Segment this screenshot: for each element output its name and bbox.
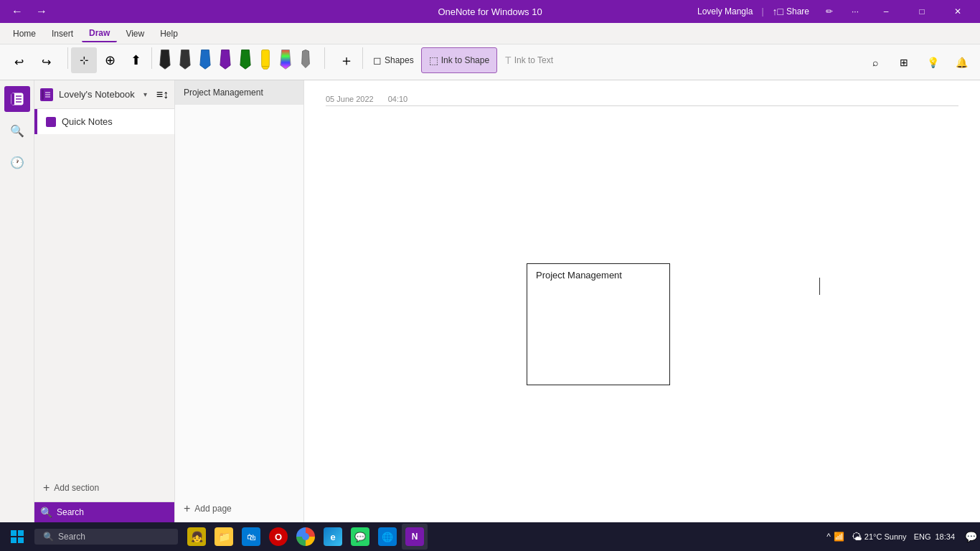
page-date: 05 June 2022 [326,95,374,103]
menu-insert[interactable]: Insert [44,26,80,42]
recent-nav-icon[interactable]: 🕐 [4,149,30,175]
search-section[interactable]: 🔍 Search [34,501,174,522]
page-time: 04:10 [388,95,408,103]
taskbar-right: ^ 📶 🌤 21°C Sunny ENG 18:34 💬 [826,531,977,542]
pen-green[interactable] [235,47,255,73]
pages-list: Project Management [175,80,303,495]
edit-icon[interactable]: ✏ [818,0,841,23]
select-tool[interactable]: ⊹ [71,47,97,73]
ink-shape-icon: ⬚ [429,55,438,66]
wifi-icon[interactable]: 📶 [834,532,844,542]
pen-dark[interactable] [175,47,195,73]
add-pen-button[interactable]: ⊕ [97,47,123,73]
pen-black[interactable] [155,47,175,73]
svg-rect-19 [11,530,17,536]
add-section-button[interactable]: + Add section [34,474,174,501]
bell-button[interactable]: 🔔 [948,50,974,75]
taskbar: 🔍 Search 👧 📁 🛍 O [0,522,980,551]
search-nav-icon[interactable]: 🔍 [4,118,30,143]
separator-2 [151,47,152,69]
lightbulb-button[interactable]: 💡 [920,50,946,75]
page-header-line [326,105,958,106]
notification-icon[interactable]: 💬 [965,531,977,542]
close-button[interactable]: ✕ [941,0,974,23]
taskbar-edge-icon[interactable]: e [320,524,346,550]
title-bar: ← → OneNote for Windows 10 Lovely Mangla… [0,0,980,23]
add-section-plus-icon: + [43,481,50,494]
taskbar-chrome-icon[interactable] [293,524,319,550]
pen-purple[interactable] [215,47,235,73]
undo-button[interactable]: ↩ [6,50,32,75]
pen-yellow[interactable] [255,47,275,73]
menu-help[interactable]: Help [153,26,185,42]
taskbar-explorer-icon[interactable]: 📁 [211,524,237,550]
canvas-area[interactable]: 05 June 2022 04:10 Project Management [304,80,980,522]
pen-rainbow[interactable] [275,47,296,73]
tray-up-icon[interactable]: ^ [826,532,831,542]
eraser-button[interactable]: ⬆ [123,47,149,73]
redo-button[interactable]: ↪ [33,50,59,75]
ink-to-text-button[interactable]: T Ink to Text [497,47,561,73]
svg-rect-22 [18,537,24,543]
page-project-management[interactable]: Project Management [175,80,303,105]
taskbar-browser-icon[interactable]: 🌐 [374,524,400,550]
fullpage-icon: ⊞ [900,57,908,68]
svg-rect-5 [262,50,270,67]
ink-text-icon: T [505,55,512,66]
notebook-nav-icon[interactable] [4,86,30,112]
title-bar-right: Lovely Mangla | ↑□ Share ✏ ··· – □ ✕ [697,0,974,23]
menu-bar: Home Insert Draw View Help [0,23,980,44]
back-button[interactable]: ← [6,0,29,23]
redo-icon: ↪ [42,55,51,69]
lightbulb-icon: 💡 [927,57,939,68]
sections-list: Quick Notes [34,109,174,474]
share-label[interactable]: Share [786,6,809,17]
add-pen-icon: ⊕ [105,52,116,68]
text-cursor [819,278,820,295]
taskbar-store-icon[interactable]: 🛍 [238,524,264,550]
taskbar-onenote-icon[interactable]: N [402,524,428,550]
lasso-icon: ⊹ [80,54,89,67]
pen-blue[interactable] [195,47,215,73]
notebook-dropdown-icon[interactable]: ▾ [143,90,147,98]
section-name: Quick Notes [62,116,113,127]
search-icon: ⌕ [872,57,878,68]
taskbar-avatar-icon[interactable]: 👧 [184,524,209,550]
more-options-icon[interactable]: ··· [844,0,867,23]
menu-home[interactable]: Home [6,26,43,42]
svg-marker-1 [180,50,190,70]
pages-panel: Project Management + Add page [175,80,304,522]
undo-icon: ↩ [14,55,24,69]
clock[interactable]: 18:34 [935,532,961,541]
taskbar-opera-icon[interactable]: O [265,524,291,550]
maximize-button[interactable]: □ [905,0,938,23]
system-tray: ^ 📶 [826,532,844,542]
forward-button[interactable]: → [30,0,53,23]
shapes-button[interactable]: ◻ Shapes [366,47,421,73]
left-nav: 🔍 🕐 [0,80,34,522]
notebook-header: Lovely's Notebook ▾ ≡↕ [34,80,174,109]
eraser-icon: ⬆ [131,52,141,68]
fullpage-button[interactable]: ⊞ [891,50,917,75]
section-quick-notes[interactable]: Quick Notes [34,109,174,134]
taskbar-search-icon: 🔍 [43,532,54,542]
search-ribbon-button[interactable]: ⌕ [862,50,888,75]
menu-view[interactable]: View [118,26,151,42]
weather-widget[interactable]: 🌤 21°C Sunny [849,531,910,542]
sun-icon: 🌤 [852,531,862,542]
taskbar-whatsapp-icon[interactable]: 💬 [347,524,373,550]
menu-draw[interactable]: Draw [82,25,117,42]
notebook-name: Lovely's Notebook [59,89,135,100]
add-tool-button[interactable]: ＋ [334,47,359,73]
minimize-button[interactable]: – [870,0,903,23]
taskbar-search[interactable]: 🔍 Search [34,529,178,545]
language-indicator[interactable]: ENG [914,532,931,541]
separator-3 [324,47,325,69]
svg-rect-10 [11,93,14,105]
start-button[interactable] [3,522,32,551]
add-page-button[interactable]: + Add page [175,495,303,522]
svg-rect-15 [42,90,44,100]
sort-icon[interactable]: ≡↕ [156,88,169,101]
pen-grey[interactable] [296,47,316,73]
ink-to-shape-button[interactable]: ⬚ Ink to Shape [421,47,497,73]
